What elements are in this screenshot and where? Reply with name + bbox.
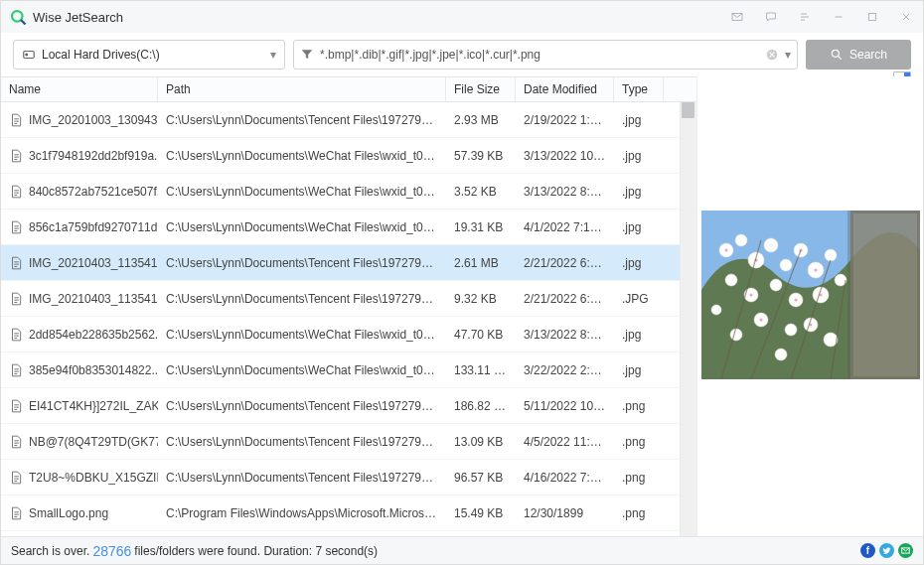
column-header-path[interactable]: Path xyxy=(158,77,446,101)
table-row[interactable]: 840c8572ab7521ce507f...C:\Users\Lynn\Doc… xyxy=(1,174,696,210)
cell-path: C:\Users\Lynn\Documents\Tencent Files\19… xyxy=(158,471,446,485)
cell-size: 9.32 KB xyxy=(446,292,516,306)
file-icon xyxy=(9,256,23,270)
table-row[interactable]: 856c1a759bfd9270711d...C:\Users\Lynn\Doc… xyxy=(1,210,696,245)
cell-name: T2U8~%DBKU_X15GZIP... xyxy=(1,471,158,485)
file-name: NB@7(8Q4T29TD(GK77... xyxy=(29,435,158,449)
titlebar-actions xyxy=(720,1,923,33)
svg-point-77 xyxy=(795,299,798,302)
file-name: 840c8572ab7521ce507f... xyxy=(29,185,158,199)
cell-type: .jpg xyxy=(614,363,664,377)
cell-path: C:\Users\Lynn\Documents\Tencent Files\19… xyxy=(158,292,446,306)
cell-date: 4/16/2022 7:50:... xyxy=(516,471,614,485)
column-header-date[interactable]: Date Modified xyxy=(516,77,614,101)
table-row[interactable]: IMG_20210403_113541...C:\Users\Lynn\Docu… xyxy=(1,245,696,281)
filter-dropdown-icon[interactable]: ▾ xyxy=(785,48,791,62)
table-row[interactable]: NB@7(8Q4T29TD(GK77...C:\Users\Lynn\Docum… xyxy=(1,424,696,460)
cell-type: .jpg xyxy=(614,256,664,270)
minimize-button[interactable] xyxy=(822,1,855,33)
table-row[interactable]: IMG_20201003_130943...C:\Users\Lynn\Docu… xyxy=(1,102,696,138)
mail-share-icon[interactable] xyxy=(898,543,913,558)
mail-icon[interactable] xyxy=(720,1,754,33)
settings-menu-icon[interactable] xyxy=(788,1,822,33)
cell-size: 2.93 MB xyxy=(446,113,516,127)
file-icon xyxy=(9,113,23,127)
filter-input[interactable]: *.bmp|*.dib|*.gif|*.jpg|*.jpe|*.ico|*.cu… xyxy=(293,40,798,70)
search-icon xyxy=(830,48,844,62)
drive-icon xyxy=(22,48,36,62)
file-name: 3c1f7948192dd2bf919a... xyxy=(29,149,158,163)
svg-rect-49 xyxy=(850,211,920,379)
svg-point-10 xyxy=(832,50,839,57)
search-button[interactable]: Search xyxy=(806,40,911,70)
feedback-icon[interactable] xyxy=(754,1,788,33)
cell-path: C:\Users\Lynn\Documents\WeChat Files\wxi… xyxy=(158,149,446,163)
cell-path: C:\Users\Lynn\Documents\WeChat Files\wxi… xyxy=(158,185,446,199)
file-name: IMG_20201003_130943... xyxy=(29,113,158,127)
file-icon xyxy=(9,363,23,377)
cell-path: C:\Users\Lynn\Documents\Tencent Files\19… xyxy=(158,399,446,413)
cell-name: 2dd854eb228635b2562... xyxy=(1,328,158,342)
svg-point-70 xyxy=(775,349,787,360)
table-row[interactable]: IMG_20210403_113541...C:\Users\Lynn\Docu… xyxy=(1,281,696,317)
cell-name: IMG_20210403_113541... xyxy=(1,292,158,306)
table-row[interactable]: SmallLogo.pngC:\Program Files\WindowsApp… xyxy=(1,495,696,531)
cell-path: C:\Program Files\WindowsApps\Microsoft.M… xyxy=(158,506,446,520)
column-header-size[interactable]: File Size xyxy=(446,77,516,101)
cell-path: C:\Users\Lynn\Documents\WeChat Files\wxi… xyxy=(158,363,446,377)
svg-point-8 xyxy=(26,54,28,56)
file-name: T2U8~%DBKU_X15GZIP... xyxy=(29,471,158,485)
column-header-name[interactable]: Name xyxy=(1,77,158,101)
cell-size: 3.52 KB xyxy=(446,185,516,199)
cell-type: .JPG xyxy=(614,292,664,306)
cell-name: EI41CT4KH}]272IL_ZAK... xyxy=(1,399,158,413)
svg-point-55 xyxy=(780,259,792,271)
twitter-icon[interactable] xyxy=(879,543,894,558)
dropdown-triangle-icon: ▾ xyxy=(270,48,276,62)
clear-filter-icon[interactable] xyxy=(765,48,779,62)
cell-date: 12/30/1899 xyxy=(516,506,614,520)
statusbar: Search is over. 28766 files/folders were… xyxy=(1,536,923,564)
file-name: IMG_20210403_113541... xyxy=(29,292,158,306)
cell-date: 3/22/2022 2:56:... xyxy=(516,363,614,377)
table-row[interactable]: T2U8~%DBKU_X15GZIP...C:\Users\Lynn\Docum… xyxy=(1,460,696,495)
svg-line-11 xyxy=(839,57,842,60)
file-icon xyxy=(9,471,23,485)
file-name: 856c1a759bfd9270711d... xyxy=(29,220,158,234)
file-name: 385e94f0b8353014822... xyxy=(29,363,158,377)
cell-size: 15.49 KB xyxy=(446,506,516,520)
table-row[interactable]: 3c1f7948192dd2bf919a...C:\Users\Lynn\Doc… xyxy=(1,138,696,174)
maximize-button[interactable] xyxy=(855,1,889,33)
cell-type: .jpg xyxy=(614,113,664,127)
svg-point-72 xyxy=(725,249,728,252)
filter-text: *.bmp|*.dib|*.gif|*.jpg|*.jpe|*.ico|*.cu… xyxy=(320,48,759,62)
funnel-icon xyxy=(300,48,314,62)
close-button[interactable] xyxy=(889,1,923,33)
svg-line-1 xyxy=(21,20,26,25)
table-row[interactable]: 2dd854eb228635b2562...C:\Users\Lynn\Docu… xyxy=(1,317,696,353)
cell-path: C:\Users\Lynn\Documents\Tencent Files\19… xyxy=(158,113,446,127)
svg-point-61 xyxy=(770,279,782,291)
cell-type: .jpg xyxy=(614,220,664,234)
file-name: SmallLogo.png xyxy=(29,506,108,520)
svg-rect-4 xyxy=(869,14,876,21)
results-table: Name Path File Size Date Modified Type I… xyxy=(1,76,696,536)
column-header-type[interactable]: Type xyxy=(614,77,664,101)
cell-type: .jpg xyxy=(614,185,664,199)
search-button-label: Search xyxy=(849,48,887,62)
file-icon xyxy=(9,435,23,449)
table-row[interactable]: 385e94f0b8353014822...C:\Users\Lynn\Docu… xyxy=(1,353,696,388)
cell-date: 2/21/2022 6:58:... xyxy=(516,256,614,270)
vertical-scrollbar[interactable] xyxy=(680,102,696,536)
table-row[interactable]: EI41CT4KH}]272IL_ZAK...C:\Users\Lynn\Doc… xyxy=(1,388,696,424)
cell-path: C:\Users\Lynn\Documents\WeChat Files\wxi… xyxy=(158,328,446,342)
status-message-a: Search is over. xyxy=(11,544,89,558)
app-logo-icon xyxy=(9,8,27,26)
cell-type: .jpg xyxy=(614,149,664,163)
facebook-icon[interactable]: f xyxy=(860,543,875,558)
scrollbar-thumb[interactable] xyxy=(682,102,694,118)
drive-selector[interactable]: Local Hard Drives(C:\) ▾ xyxy=(13,40,285,70)
cell-type: .jpg xyxy=(614,328,664,342)
svg-point-76 xyxy=(750,294,753,297)
svg-point-0 xyxy=(12,11,23,22)
